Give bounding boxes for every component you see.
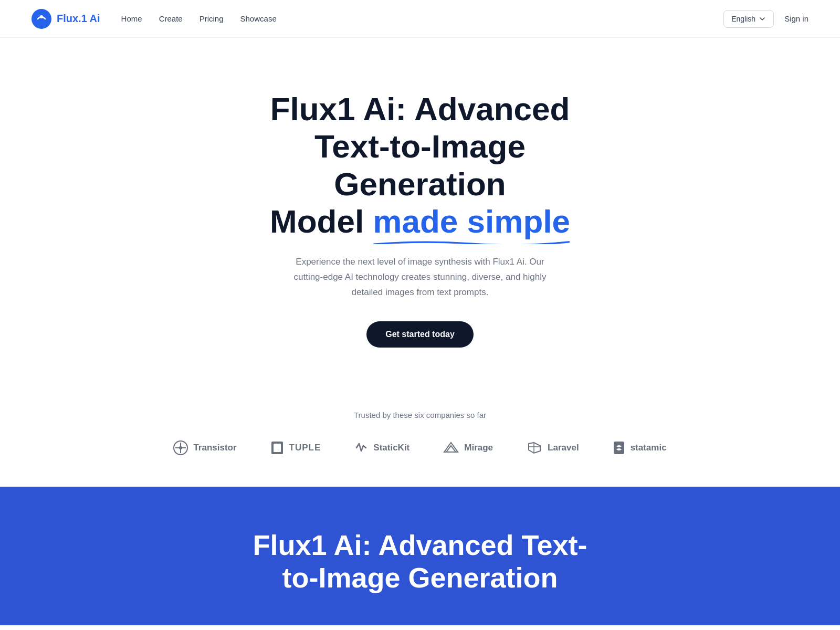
statamic-logo: statamic (613, 440, 667, 455)
statamic-icon (613, 440, 625, 455)
transistor-name: Transistor (193, 443, 236, 453)
svg-point-1 (40, 15, 43, 18)
hero-subtitle: Experience the next level of image synth… (284, 255, 556, 300)
navbar: Flux.1 Ai Home Create Pricing Showcase E… (0, 0, 840, 38)
language-selector[interactable]: English (723, 10, 774, 28)
tuple-name: TUPLE (289, 443, 321, 453)
company-logos: Transistor TUPLE StaticKit Mirage (173, 440, 666, 455)
blue-section: Flux1 Ai: Advanced Text-to-Image Generat… (0, 487, 840, 625)
nav-left: Flux.1 Ai Home Create Pricing Showcase (32, 9, 277, 29)
nav-showcase[interactable]: Showcase (240, 14, 277, 23)
transistor-logo: Transistor (173, 440, 236, 455)
language-label: English (731, 15, 755, 23)
statickit-icon (354, 440, 368, 455)
svg-rect-9 (614, 442, 624, 454)
nav-links: Home Create Pricing Showcase (121, 14, 277, 23)
laravel-icon (527, 440, 542, 455)
mirage-icon (443, 440, 459, 455)
cta-button[interactable]: Get started today (366, 321, 474, 348)
hero-section: Flux1 Ai: Advanced Text-to-Image Generat… (0, 38, 840, 390)
logo-icon (32, 9, 51, 29)
logo-text: Flux.1 Ai (57, 13, 100, 25)
mirage-logo: Mirage (443, 440, 493, 455)
transistor-icon (173, 440, 188, 455)
tuple-icon (270, 440, 284, 455)
laravel-name: Laravel (548, 443, 579, 453)
tuple-logo: TUPLE (270, 440, 321, 455)
trusted-label: Trusted by these six companies so far (354, 411, 486, 419)
svg-point-0 (35, 12, 48, 26)
trusted-section: Trusted by these six companies so far Tr… (0, 390, 840, 487)
laravel-logo: Laravel (527, 440, 579, 455)
nav-create[interactable]: Create (159, 14, 183, 23)
svg-rect-7 (274, 444, 281, 452)
nav-right: English Sign in (723, 10, 808, 28)
hero-title: Flux1 Ai: Advanced Text-to-Image Generat… (236, 90, 604, 240)
logo-svg (34, 12, 49, 26)
nav-pricing[interactable]: Pricing (200, 14, 224, 23)
statickit-logo: StaticKit (354, 440, 410, 455)
nav-home[interactable]: Home (121, 14, 142, 23)
hero-title-plain: Model (270, 203, 373, 239)
blue-section-title: Flux1 Ai: Advanced Text-to-Image Generat… (236, 529, 604, 594)
sign-in-link[interactable]: Sign in (784, 14, 808, 23)
statamic-name: statamic (631, 443, 667, 453)
logo-link[interactable]: Flux.1 Ai (32, 9, 100, 29)
chevron-down-icon (759, 15, 766, 23)
svg-point-5 (179, 446, 182, 449)
hero-title-highlight: made simple (373, 203, 570, 240)
mirage-name: Mirage (464, 443, 493, 453)
statickit-name: StaticKit (373, 443, 410, 453)
